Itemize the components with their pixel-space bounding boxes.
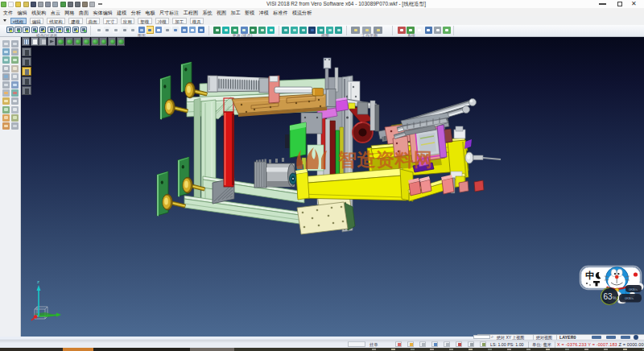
svg-text:0KB/s: 0KB/s — [625, 296, 634, 300]
svg-text:中: 中 — [585, 270, 595, 280]
svg-text:63: 63 — [604, 292, 613, 301]
svg-text:%: % — [613, 295, 617, 300]
svg-text:z: z — [37, 279, 39, 284]
svg-text:0KB/s: 0KB/s — [629, 287, 638, 291]
svg-text:智造资料网: 智造资料网 — [337, 149, 433, 170]
